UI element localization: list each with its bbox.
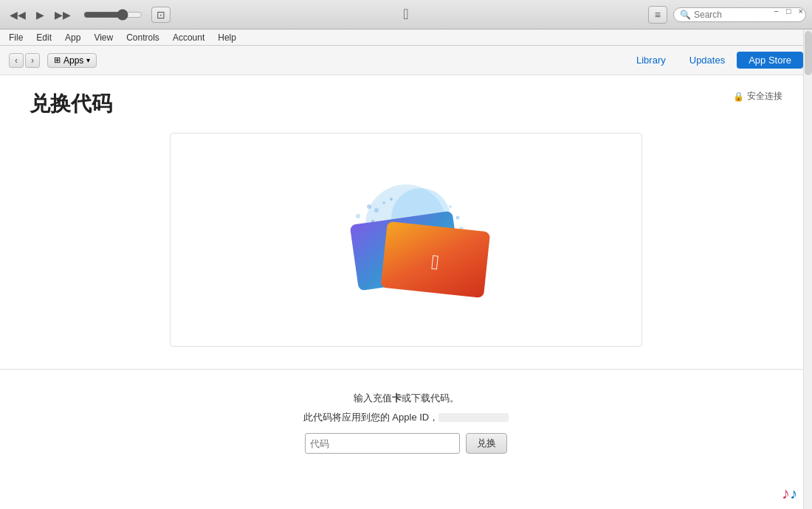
page-header: 兑换代码 🔒 安全连接 (30, 90, 782, 118)
svg-point-10 (356, 214, 360, 218)
svg-point-11 (449, 205, 452, 208)
svg-point-9 (390, 198, 393, 201)
menu-file[interactable]: File (3, 31, 29, 44)
nav-tabs: Library Updates App Store (625, 52, 803, 69)
list-view-button[interactable]: ≡ (648, 6, 667, 24)
section-chevron-icon: ▾ (86, 56, 90, 64)
section-icon: ⊞ (54, 55, 61, 65)
divider (0, 369, 812, 370)
close-button[interactable]: × (796, 6, 806, 16)
secure-label: 安全连接 (747, 90, 782, 103)
section-label: Apps (63, 55, 83, 66)
main-content: 兑换代码 🔒 安全连接 (0, 75, 812, 509)
airplay-button[interactable]: ⊡ (151, 7, 171, 23)
restore-button[interactable]: □ (783, 6, 794, 16)
code-input[interactable] (305, 433, 460, 454)
section-selector[interactable]: ⊞ Apps ▾ (47, 53, 97, 68)
tab-appstore[interactable]: App Store (737, 52, 803, 69)
tab-library[interactable]: Library (625, 52, 678, 69)
menu-help[interactable]: Help (212, 31, 242, 44)
prev-button[interactable]: ◀◀ (6, 7, 30, 22)
redeem-button[interactable]: 兑换 (466, 433, 507, 454)
gift-card-image:   (170, 133, 642, 347)
search-icon: 🔍 (680, 10, 691, 20)
window-controls: − □ × (771, 6, 806, 16)
scrollbar-thumb[interactable] (805, 31, 812, 75)
redeem-instruction-1: 输入充值卡或下载代码。 (354, 392, 459, 405)
lock-icon: 🔒 (733, 91, 744, 102)
secure-connection: 🔒 安全连接 (733, 90, 782, 103)
menu-bar: File Edit App View Controls Account Help (0, 30, 812, 46)
page-title: 兑换代码 (30, 90, 112, 118)
apple-logo:  (403, 6, 408, 23)
svg-point-7 (382, 201, 385, 204)
redeem-form: 兑换 (305, 433, 507, 454)
redeem-section: 输入充值卡或下载代码。 此代码将应用到您的 Apple ID， 兑换 (30, 392, 782, 454)
svg-point-6 (367, 204, 371, 209)
itunes-icon: ♪♪ (782, 482, 797, 503)
play-button[interactable]: ▶ (32, 7, 48, 22)
title-bar: ◀◀ ▶ ▶▶ ⊡  ≡ 🔍 − □ × (0, 0, 812, 30)
scrollbar[interactable] (803, 30, 812, 509)
redeem-instruction-2: 此代码将应用到您的 Apple ID， (303, 411, 509, 424)
menu-account[interactable]: Account (167, 31, 210, 44)
menu-view[interactable]: View (88, 31, 119, 44)
forward-arrow[interactable]: › (25, 53, 40, 68)
nav-arrows: ‹ › (9, 53, 40, 68)
nav-bar: ‹ › ⊞ Apps ▾ Library Updates App Store (0, 46, 812, 75)
svg-point-2 (374, 208, 379, 212)
next-button[interactable]: ▶▶ (51, 7, 75, 22)
menu-edit[interactable]: Edit (30, 31, 58, 44)
svg-point-12 (456, 216, 460, 220)
gift-cards-svg:   (303, 166, 509, 314)
back-arrow[interactable]: ‹ (9, 53, 24, 68)
transport-controls: ◀◀ ▶ ▶▶ ⊡ (6, 7, 171, 23)
minimize-button[interactable]: − (771, 6, 781, 16)
menu-controls[interactable]: Controls (120, 31, 165, 44)
volume-slider[interactable] (83, 9, 142, 21)
menu-app[interactable]: App (59, 31, 86, 44)
tab-updates[interactable]: Updates (678, 52, 737, 69)
